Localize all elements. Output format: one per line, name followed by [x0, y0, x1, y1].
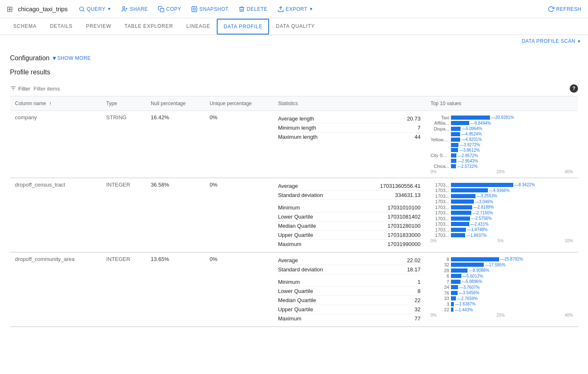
chart-label: 8: [431, 257, 449, 262]
filter-button[interactable]: Filter: [10, 85, 30, 92]
table-row: dropoff_community_area INTEGER 13.65% 0%…: [10, 252, 578, 327]
copy-button[interactable]: COPY: [154, 4, 185, 14]
stat-row: Maximum length 44: [278, 133, 420, 141]
snapshot-button[interactable]: SNAPSHOT: [187, 4, 233, 14]
tab-schema[interactable]: SCHEMA: [7, 18, 43, 35]
chart-bar: [451, 153, 456, 157]
svg-point-0: [80, 7, 83, 10]
stat-label: Standard deviation: [278, 192, 323, 198]
chart-pct: —2.7659%: [457, 296, 478, 301]
statistics-container: Average 22.02 Standard deviation 18.17 M…: [278, 256, 420, 323]
stat-label: Average: [278, 183, 298, 189]
chart-bar: [451, 138, 460, 142]
stat-row: Lower Quartile 8: [278, 287, 420, 296]
stat-row: Standard deviation 18.17: [278, 265, 420, 274]
snapshot-icon: [191, 6, 198, 12]
share-button[interactable]: SHARE: [117, 4, 152, 14]
tab-table-explorer[interactable]: TABLE EXPLORER: [118, 18, 180, 35]
top-bar-actions: QUERY ▼ SHARE COPY SNAPSHOT DELETE EXPOR…: [74, 4, 544, 14]
chart-pct: —4.9201%: [461, 137, 482, 142]
col-header-type: Type: [101, 96, 146, 111]
stat-value: 1: [387, 279, 421, 285]
stat-value: 17031280100: [387, 223, 421, 229]
show-more-button[interactable]: ▾ SHOW MORE: [53, 54, 91, 62]
chart-pct: —2.5722%: [457, 164, 478, 169]
chart-row: 1703... —2.5756%: [431, 216, 573, 221]
chart-bar: [451, 211, 471, 215]
svg-line-1: [83, 10, 84, 12]
chart-pct: —2.8189%: [473, 205, 494, 209]
chart-row: 1703... —4.9366%: [431, 188, 573, 193]
table-name: chicago_taxi_trips: [18, 5, 68, 12]
export-button[interactable]: EXPORT ▼: [273, 4, 318, 14]
data-table: Column name ↑ Type Null percentage Uniqu…: [10, 96, 578, 327]
chart-row: 28 —8.9088%: [431, 268, 573, 273]
chart-row: Yellow Cab —4.9201%: [431, 137, 573, 142]
data-profile-scan-button[interactable]: DATA PROFILE SCAN ▼: [522, 38, 581, 44]
stat-label: Minimum length: [278, 125, 316, 131]
chart-bar: [451, 308, 453, 312]
tab-data-quality[interactable]: DATA QUALITY: [269, 18, 321, 35]
chart-bar: [451, 188, 488, 192]
chart-pct: —4.9366%: [489, 188, 510, 193]
table-icon: ⊞: [7, 5, 13, 14]
chart-label: 1703...: [431, 188, 449, 193]
chart-row: 7 —5.0896%: [431, 279, 573, 284]
delete-button[interactable]: DELETE: [234, 4, 272, 14]
stat-row: Median Quartile 22: [278, 296, 420, 305]
chart-row: 24 —3.7607%: [431, 285, 573, 290]
stat-label: Average length: [278, 116, 314, 122]
chart-row: 1703... —3.046%: [431, 199, 573, 204]
chart-pct: —17.585%: [485, 263, 505, 267]
chart-bar: [451, 183, 513, 187]
chart-row: 1703... —2.431%: [431, 221, 573, 226]
chart-pct: —25.8792%: [500, 257, 523, 261]
chart-pct: —2.5756%: [471, 216, 492, 221]
col-null-cell: 13.65%: [146, 252, 205, 327]
dropdown-arrow: ▼: [309, 7, 313, 11]
chart-bar: [451, 268, 468, 273]
chart-label: 76: [431, 290, 449, 295]
stat-value: 17031010100: [387, 204, 421, 211]
chart-bar: [451, 143, 458, 147]
col-null-cell: 16.42%: [146, 111, 205, 178]
svg-rect-5: [160, 8, 164, 12]
chart-pct: —5.0896%: [462, 279, 482, 284]
chart-pct: —3.7607%: [459, 285, 480, 290]
copy-icon: [158, 6, 164, 12]
stat-divider: [278, 200, 420, 203]
chart-label: 1703...: [431, 233, 449, 238]
chart-pct: —3.9272%: [460, 143, 480, 147]
chart-bar: [451, 127, 461, 131]
stat-value: 17031081402: [387, 214, 421, 220]
chart-label: 1703...: [431, 210, 449, 215]
stat-label: Median Quartile: [278, 223, 316, 229]
query-button[interactable]: QUERY ▼: [74, 4, 115, 14]
col-stats-cell: Average length 20.73 Minimum length 7 Ma…: [273, 111, 425, 178]
chart-label: Chica...: [431, 164, 449, 169]
chart-pct: —1.8937%: [466, 233, 487, 238]
help-icon[interactable]: ?: [570, 84, 578, 93]
statistics-container: Average 17031360556.41 Standard deviatio…: [278, 182, 420, 249]
chart-label: City Service: [431, 153, 449, 158]
refresh-button[interactable]: REFRESH: [548, 6, 581, 12]
tab-lineage[interactable]: LINEAGE: [180, 18, 217, 35]
tab-details[interactable]: DETAILS: [43, 18, 79, 35]
svg-point-7: [194, 8, 196, 10]
tab-data-profile[interactable]: DATA PROFILE: [217, 19, 269, 34]
chart-bar: [451, 274, 461, 278]
stat-value: 7: [387, 125, 421, 131]
chart-bar: [451, 257, 499, 261]
col-unique-cell: 0%: [205, 178, 273, 252]
table-row: company STRING 16.42% 0% Average length …: [10, 111, 578, 178]
stat-value: 334631.13: [387, 192, 421, 198]
scan-dropdown-arrow: ▼: [577, 39, 581, 44]
chart-row: —3.9272%: [431, 143, 573, 147]
chart-pct: —3.8612%: [459, 148, 480, 153]
tab-preview[interactable]: PREVIEW: [79, 18, 118, 35]
chart-row: —3.8612%: [431, 148, 573, 153]
export-icon: [277, 6, 284, 12]
stat-row: Upper Quartile 32: [278, 305, 420, 314]
filter-input[interactable]: [34, 86, 566, 92]
filter-icon: [10, 85, 17, 92]
